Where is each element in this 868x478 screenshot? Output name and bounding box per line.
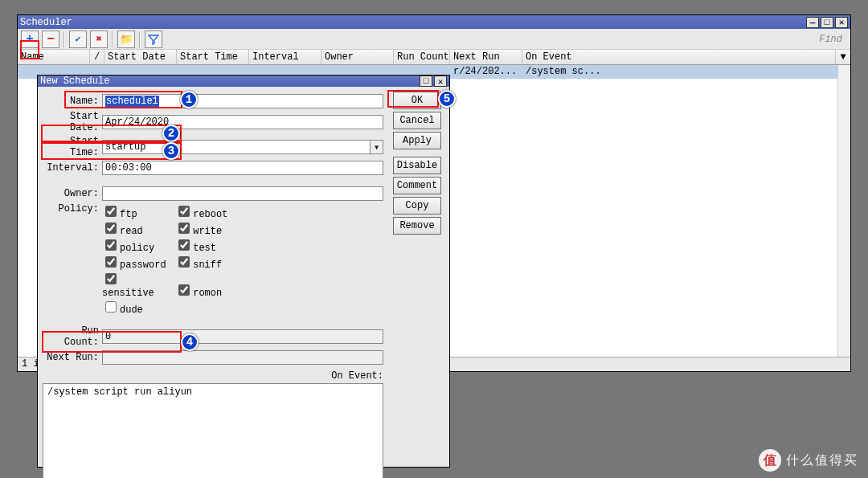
policy-sensitive-label: sensitive <box>102 288 154 299</box>
policy-ftp-checkbox[interactable] <box>105 206 117 217</box>
dialog-maximize-button[interactable]: □ <box>420 76 432 87</box>
remove-button[interactable]: − <box>42 31 59 48</box>
col-interval[interactable]: Interval <box>249 50 321 64</box>
policy-ftp-label: ftp <box>120 209 137 220</box>
policy-test-label: test <box>193 243 216 254</box>
policy-password-label: password <box>120 259 166 271</box>
watermark: 值 什么值得买 <box>759 449 858 472</box>
policy-test-checkbox[interactable] <box>178 239 190 251</box>
name-label: Name: <box>43 96 99 107</box>
toolbar: + − ✔ ✖ 📁 Find <box>18 29 850 50</box>
next-run-value <box>102 350 383 365</box>
new-schedule-dialog: New Schedule □ ✕ Name: schedule1 Start D… <box>37 75 450 468</box>
interval-input[interactable]: 00:03:00 <box>102 161 383 175</box>
policy-write-checkbox[interactable] <box>178 223 190 234</box>
enable-button[interactable]: ✔ <box>69 31 87 48</box>
policy-label: Policy: <box>43 203 99 214</box>
dialog-title: New Schedule <box>40 76 420 87</box>
copy-button[interactable]: Copy <box>393 197 441 214</box>
col-owner[interactable]: Owner <box>321 50 394 64</box>
watermark-logo: 值 <box>759 449 781 472</box>
owner-label: Owner: <box>43 188 99 199</box>
close-button[interactable]: ✕ <box>835 17 848 28</box>
col-sort[interactable]: / <box>90 50 104 64</box>
name-value: schedule1 <box>105 96 159 107</box>
policy-romon-label: romon <box>193 288 222 299</box>
policy-read-checkbox[interactable] <box>105 223 117 234</box>
dialog-titlebar: New Schedule □ ✕ <box>38 76 449 87</box>
policy-password-checkbox[interactable] <box>105 256 117 268</box>
col-next-run[interactable]: Next Run <box>450 50 522 64</box>
col-run-count[interactable]: Run Count <box>394 50 450 64</box>
ok-button[interactable]: OK <box>393 92 441 109</box>
watermark-text: 什么值得买 <box>786 452 858 469</box>
policy-reboot-checkbox[interactable] <box>178 206 190 217</box>
on-event-label: On Event: <box>43 367 383 383</box>
policy-policy-checkbox[interactable] <box>105 239 117 251</box>
policy-sniff-checkbox[interactable] <box>178 256 190 268</box>
scrollbar[interactable] <box>837 65 850 357</box>
comment-button[interactable]: 📁 <box>117 31 135 48</box>
titlebar: Scheduler — □ ✕ <box>18 15 850 29</box>
funnel-icon <box>148 34 159 45</box>
start-time-input[interactable]: startup <box>102 140 371 154</box>
add-button[interactable]: + <box>21 31 39 48</box>
window-title: Scheduler <box>20 17 806 28</box>
separator <box>63 31 65 47</box>
disable-button[interactable]: ✖ <box>90 31 108 48</box>
filter-button[interactable] <box>145 31 162 48</box>
run-count-label: Run Count: <box>43 325 99 348</box>
policy-reboot-label: reboot <box>193 209 227 220</box>
policy-dude-label: dude <box>120 304 143 316</box>
separator <box>139 31 141 47</box>
col-start-time[interactable]: Start Time <box>177 50 249 64</box>
policy-policy-label: policy <box>120 243 154 254</box>
policy-romon-checkbox[interactable] <box>178 284 190 296</box>
remove-button[interactable]: Remove <box>393 217 441 235</box>
policy-sensitive-checkbox[interactable] <box>105 273 117 284</box>
table-header: Name / Start Date Start Time Interval Ow… <box>18 50 850 65</box>
cancel-button[interactable]: Cancel <box>393 112 441 129</box>
column-menu[interactable]: ▼ <box>836 50 850 64</box>
on-event-input[interactable] <box>43 383 383 478</box>
run-count-value: 0 <box>102 329 383 344</box>
comment-button[interactable]: Comment <box>393 177 441 194</box>
cell-next-run: r/24/202... <box>450 65 522 79</box>
maximize-button[interactable]: □ <box>821 17 833 28</box>
policy-read-label: read <box>120 226 143 237</box>
col-on-event[interactable]: On Event <box>522 50 836 64</box>
minimize-button[interactable]: — <box>806 17 819 28</box>
owner-input[interactable] <box>102 186 383 201</box>
interval-label: Interval: <box>43 162 99 174</box>
cell-on-event: /system sc... <box>522 65 850 79</box>
col-start-date[interactable]: Start Date <box>104 50 177 64</box>
next-run-label: Next Run: <box>43 352 99 363</box>
start-time-dropdown[interactable]: ▾ <box>371 140 383 154</box>
disable-button[interactable]: Disable <box>393 157 441 174</box>
apply-button[interactable]: Apply <box>393 132 441 149</box>
dialog-close-button[interactable]: ✕ <box>434 76 447 87</box>
find-link[interactable]: Find <box>819 34 847 45</box>
policy-dude-checkbox[interactable] <box>105 301 117 313</box>
policy-write-label: write <box>193 226 222 237</box>
start-date-input[interactable]: Apr/24/2020 <box>102 115 383 129</box>
start-time-label: Start Time: <box>43 136 99 158</box>
col-name[interactable]: Name <box>18 50 90 64</box>
start-date-label: Start Date: <box>43 111 99 133</box>
separator <box>112 31 113 47</box>
name-input[interactable]: schedule1 <box>102 94 383 108</box>
policy-sniff-label: sniff <box>193 259 222 271</box>
